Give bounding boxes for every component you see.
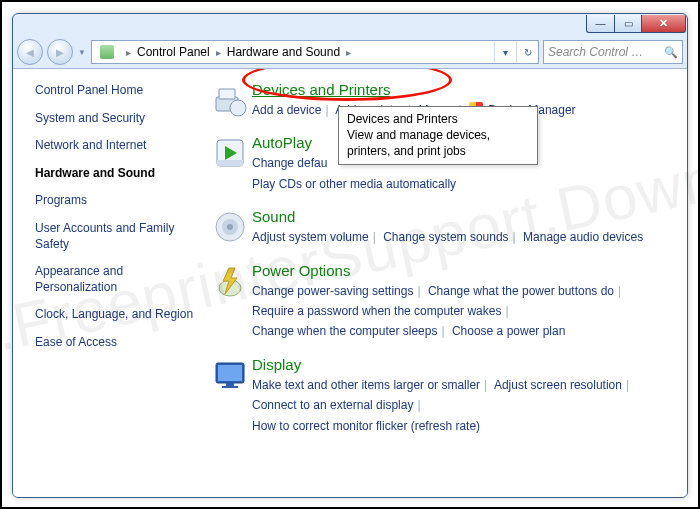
forward-button[interactable]: ► xyxy=(47,39,73,65)
breadcrumb-hardware-sound[interactable]: Hardware and Sound xyxy=(227,45,340,59)
breadcrumb-control-panel[interactable]: Control Panel xyxy=(137,45,210,59)
sidebar-network-internet[interactable]: Network and Internet xyxy=(35,138,198,154)
link-manage-audio[interactable]: Manage audio devices xyxy=(523,230,643,244)
address-bar[interactable]: ▸ Control Panel ▸ Hardware and Sound ▸ ▾… xyxy=(91,40,539,64)
section-display: Display Make text and other items larger… xyxy=(208,356,673,436)
svg-rect-11 xyxy=(218,365,242,381)
sidebar-appearance[interactable]: Appearance and Personalization xyxy=(35,264,198,295)
link-text-size[interactable]: Make text and other items larger or smal… xyxy=(252,378,480,392)
sidebar-user-accounts[interactable]: User Accounts and Family Safety xyxy=(35,221,198,252)
svg-point-8 xyxy=(227,224,233,230)
display-heading[interactable]: Display xyxy=(252,356,301,373)
sidebar-programs[interactable]: Programs xyxy=(35,193,198,209)
history-dropdown[interactable]: ▼ xyxy=(77,48,87,57)
link-external-display[interactable]: Connect to an external display xyxy=(252,398,413,412)
svg-rect-4 xyxy=(217,160,243,166)
sidebar-home[interactable]: Control Panel Home xyxy=(35,83,198,99)
sidebar-ease-of-access[interactable]: Ease of Access xyxy=(35,335,198,351)
link-add-device[interactable]: Add a device xyxy=(252,103,321,117)
sidebar: Control Panel Home System and Security N… xyxy=(13,69,208,497)
display-icon xyxy=(208,356,252,436)
link-change-defaults[interactable]: Change defau xyxy=(252,156,327,170)
breadcrumb-separator: ▸ xyxy=(210,47,227,58)
control-panel-window: — ▭ ✕ ◄ ► ▼ ▸ Control Panel ▸ Hardware a… xyxy=(12,13,688,498)
svg-rect-1 xyxy=(219,89,235,99)
section-power-options: Power Options Change power-saving settin… xyxy=(208,262,673,342)
search-placeholder: Search Control … xyxy=(548,45,643,59)
link-monitor-flicker[interactable]: How to correct monitor flicker (refresh … xyxy=(252,419,480,433)
sidebar-clock-language[interactable]: Clock, Language, and Region xyxy=(35,307,198,323)
link-change-sounds[interactable]: Change system sounds xyxy=(383,230,508,244)
link-screen-resolution[interactable]: Adjust screen resolution xyxy=(494,378,622,392)
address-dropdown[interactable]: ▾ xyxy=(494,41,516,63)
maximize-button[interactable]: ▭ xyxy=(614,15,642,33)
autoplay-icon xyxy=(208,134,252,194)
link-adjust-volume[interactable]: Adjust system volume xyxy=(252,230,369,244)
content-area: Control Panel Home System and Security N… xyxy=(13,68,687,497)
sound-heading[interactable]: Sound xyxy=(252,208,295,225)
section-sound: Sound Adjust system volume| Change syste… xyxy=(208,208,673,247)
power-icon xyxy=(208,262,252,342)
link-choose-plan[interactable]: Choose a power plan xyxy=(452,324,565,338)
search-input[interactable]: Search Control … 🔍 xyxy=(543,40,683,64)
devices-printers-icon xyxy=(208,81,252,120)
autoplay-heading[interactable]: AutoPlay xyxy=(252,134,312,151)
tooltip-body: View and manage devices, printers, and p… xyxy=(347,127,529,159)
svg-rect-12 xyxy=(226,383,234,386)
link-play-cds[interactable]: Play CDs or other media automatically xyxy=(252,177,456,191)
breadcrumb-separator: ▸ xyxy=(120,47,137,58)
link-require-password[interactable]: Require a password when the computer wak… xyxy=(252,304,501,318)
navigation-bar: ◄ ► ▼ ▸ Control Panel ▸ Hardware and Sou… xyxy=(13,36,687,68)
search-icon: 🔍 xyxy=(664,46,678,59)
sidebar-hardware-sound[interactable]: Hardware and Sound xyxy=(35,166,198,182)
power-heading[interactable]: Power Options xyxy=(252,262,350,279)
devices-printers-heading[interactable]: Devices and Printers xyxy=(252,81,390,98)
main-panel: Devices and Printers Add a device| Add a… xyxy=(208,69,687,497)
link-power-saving[interactable]: Change power-saving settings xyxy=(252,284,413,298)
window-caption-buttons: — ▭ ✕ xyxy=(13,14,687,36)
tooltip-title: Devices and Printers xyxy=(347,111,529,127)
link-power-buttons[interactable]: Change what the power buttons do xyxy=(428,284,614,298)
svg-rect-13 xyxy=(222,386,238,388)
breadcrumb-separator: ▸ xyxy=(340,47,357,58)
back-button[interactable]: ◄ xyxy=(17,39,43,65)
link-when-sleeps[interactable]: Change when the computer sleeps xyxy=(252,324,437,338)
close-button[interactable]: ✕ xyxy=(642,15,686,33)
control-panel-icon xyxy=(98,43,116,61)
tooltip-devices-printers: Devices and Printers View and manage dev… xyxy=(338,106,538,165)
svg-point-2 xyxy=(230,100,246,116)
refresh-button[interactable]: ↻ xyxy=(516,41,538,63)
sound-icon xyxy=(208,208,252,247)
sidebar-system-security[interactable]: System and Security xyxy=(35,111,198,127)
minimize-button[interactable]: — xyxy=(586,15,614,33)
